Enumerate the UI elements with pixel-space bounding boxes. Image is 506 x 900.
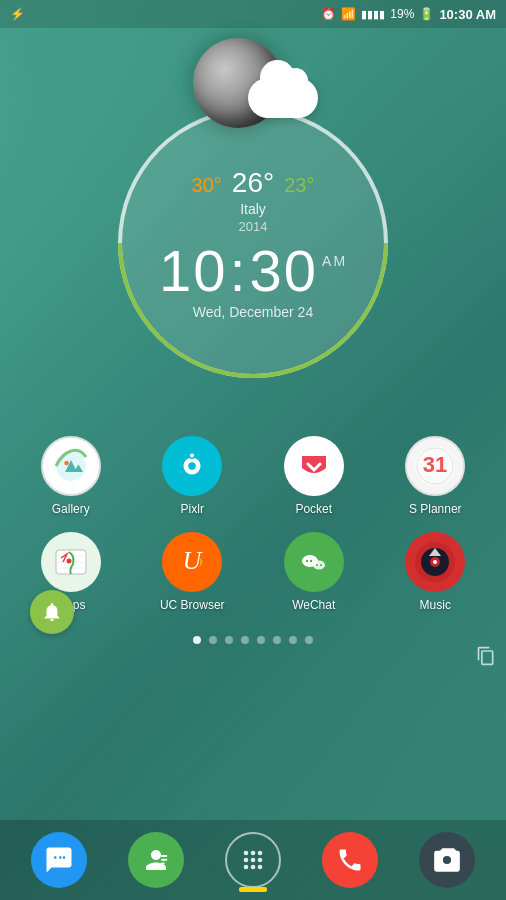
svg-point-25 bbox=[433, 560, 437, 564]
battery-percent: 19% bbox=[390, 7, 414, 21]
splanner-icon: 31 bbox=[405, 436, 465, 496]
app-wechat[interactable]: WeChat bbox=[253, 524, 375, 620]
svg-point-21 bbox=[320, 564, 322, 566]
ucbrowser-icon: U bbox=[162, 532, 222, 592]
app-grid: Gallery Pixlr Pocket bbox=[0, 408, 506, 620]
svg-point-29 bbox=[244, 851, 249, 856]
svg-point-31 bbox=[258, 851, 263, 856]
dot-5[interactable] bbox=[257, 636, 265, 644]
maps-icon bbox=[41, 532, 101, 592]
svg-point-19 bbox=[310, 560, 312, 562]
dock-phone[interactable] bbox=[322, 832, 378, 888]
dot-2[interactable] bbox=[209, 636, 217, 644]
dot-7[interactable] bbox=[289, 636, 297, 644]
splanner-label: S Planner bbox=[409, 502, 462, 516]
dot-1[interactable] bbox=[193, 636, 201, 644]
svg-point-30 bbox=[251, 851, 256, 856]
circle-background: 30° 26° 23° Italy 2014 10 : 30 AM Wed, D… bbox=[118, 108, 388, 378]
dot-6[interactable] bbox=[273, 636, 281, 644]
moon-cloud-image bbox=[188, 38, 318, 128]
dock-apps[interactable] bbox=[225, 832, 281, 888]
music-label: Music bbox=[420, 598, 451, 612]
pixlr-label: Pixlr bbox=[181, 502, 204, 516]
svg-point-4 bbox=[188, 462, 196, 470]
svg-rect-28 bbox=[161, 863, 165, 865]
wechat-label: WeChat bbox=[292, 598, 335, 612]
alarm-icon: ⏰ bbox=[321, 7, 336, 21]
svg-text:U: U bbox=[183, 546, 204, 575]
svg-point-12 bbox=[66, 559, 71, 564]
wechat-icon bbox=[284, 532, 344, 592]
status-bar: ⚡ ⏰ 📶 ▮▮▮▮ 19% 🔋 10:30 AM bbox=[0, 0, 506, 28]
dot-8[interactable] bbox=[305, 636, 313, 644]
svg-point-17 bbox=[313, 561, 325, 570]
app-pixlr[interactable]: Pixlr bbox=[132, 428, 254, 524]
bell-icon bbox=[41, 601, 63, 623]
svg-point-35 bbox=[244, 865, 249, 870]
bell-button[interactable] bbox=[30, 590, 74, 634]
dock-camera[interactable] bbox=[419, 832, 475, 888]
dock-chat[interactable] bbox=[31, 832, 87, 888]
gallery-label: Gallery bbox=[52, 502, 90, 516]
wifi-icon: 📶 bbox=[341, 7, 356, 21]
status-left: ⚡ bbox=[10, 7, 25, 21]
usb-icon: ⚡ bbox=[10, 7, 25, 21]
phone-icon bbox=[336, 846, 364, 874]
pocket-icon bbox=[284, 436, 344, 496]
status-time: 10:30 AM bbox=[439, 7, 496, 22]
dot-4[interactable] bbox=[241, 636, 249, 644]
svg-rect-26 bbox=[161, 855, 167, 857]
dock-contacts[interactable] bbox=[128, 832, 184, 888]
copy-icon[interactable] bbox=[476, 646, 496, 666]
app-pocket[interactable]: Pocket bbox=[253, 428, 375, 524]
dot-3[interactable] bbox=[225, 636, 233, 644]
apps-icon bbox=[239, 846, 267, 874]
svg-point-33 bbox=[251, 858, 256, 863]
svg-point-37 bbox=[258, 865, 263, 870]
pocket-label: Pocket bbox=[295, 502, 332, 516]
camera-icon bbox=[433, 846, 461, 874]
signal-icon: ▮▮▮▮ bbox=[361, 8, 385, 21]
page-indicator bbox=[0, 636, 506, 644]
app-gallery[interactable]: Gallery bbox=[10, 428, 132, 524]
svg-point-5 bbox=[189, 453, 195, 459]
music-icon bbox=[405, 532, 465, 592]
battery-icon: 🔋 bbox=[419, 7, 434, 21]
cloud-image bbox=[248, 78, 318, 118]
svg-point-18 bbox=[306, 560, 308, 562]
svg-point-36 bbox=[251, 865, 256, 870]
chat-icon bbox=[44, 845, 74, 875]
weather-widget: 30° 26° 23° Italy 2014 10 : 30 AM Wed, D… bbox=[0, 38, 506, 378]
dock bbox=[0, 820, 506, 900]
svg-point-34 bbox=[258, 858, 263, 863]
svg-point-32 bbox=[244, 858, 249, 863]
app-music[interactable]: Music bbox=[375, 524, 497, 620]
svg-point-1 bbox=[64, 461, 69, 466]
svg-rect-27 bbox=[161, 859, 167, 861]
app-ucbrowser[interactable]: U UC Browser bbox=[132, 524, 254, 620]
contacts-icon bbox=[141, 845, 171, 875]
svg-point-20 bbox=[316, 564, 318, 566]
ucbrowser-label: UC Browser bbox=[160, 598, 225, 612]
gallery-icon bbox=[41, 436, 101, 496]
weather-circle: 30° 26° 23° Italy 2014 10 : 30 AM Wed, D… bbox=[118, 108, 388, 378]
status-right: ⏰ 📶 ▮▮▮▮ 19% 🔋 10:30 AM bbox=[321, 7, 496, 22]
pixlr-icon bbox=[162, 436, 222, 496]
svg-text:31: 31 bbox=[423, 452, 447, 477]
app-splanner[interactable]: 31 S Planner bbox=[375, 428, 497, 524]
